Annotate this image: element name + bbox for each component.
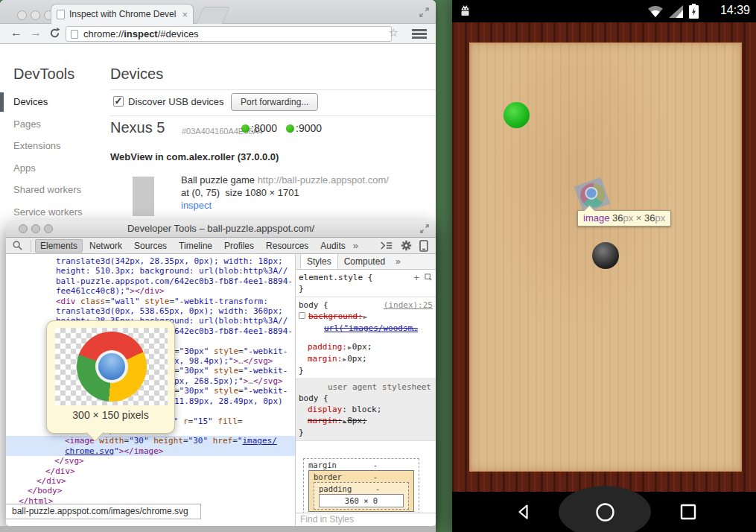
usb-debugging-droid-icon [460, 4, 471, 18]
devtools-tab-sources[interactable]: Sources [129, 239, 172, 253]
divider [110, 89, 436, 90]
tab-title: Inspect with Chrome Devel [69, 9, 176, 19]
android-status-bar: 14:39 [452, 0, 756, 22]
sidebar-item-pages[interactable]: Pages [13, 118, 41, 130]
device-ports: :8000:9000 [241, 122, 322, 134]
port-badge: :9000 [286, 122, 322, 134]
port-status-dot-icon [241, 124, 250, 133]
recents-button[interactable] [680, 504, 696, 520]
menu-icon[interactable] [412, 29, 427, 40]
sidebar-item-extensions[interactable]: Extensions [13, 140, 61, 151]
code-line[interactable]: fee461cc40c8);"></div> [6, 286, 295, 296]
browser-tab[interactable]: Inspect with Chrome Devel × [51, 4, 194, 24]
page-title: Devices [110, 66, 163, 83]
sidebar-item-devices[interactable]: Devices [13, 96, 48, 107]
code-line[interactable]: </div> [6, 466, 295, 476]
port-status-dot-icon [286, 124, 294, 133]
status-link-tooltip: ball-puzzle.appspot.com/images/chrome.sv… [6, 504, 201, 519]
wifi-icon [647, 4, 664, 18]
window-close-button[interactable] [19, 224, 28, 233]
dock-device-icon[interactable] [419, 240, 428, 252]
devtools-titlebar[interactable]: Developer Tools – ball-puzzle.appspot.co… [6, 221, 436, 238]
chrome-logo-image [77, 332, 147, 402]
user-agent-rule-section: user agent stylesheet body { display: bl… [296, 379, 436, 441]
reload-button[interactable] [49, 28, 60, 39]
code-line[interactable]: </body> [6, 486, 295, 495]
green-ball[interactable] [504, 102, 530, 128]
rule-source-link[interactable]: (index):25 [384, 300, 433, 311]
devtools-tab-profiles[interactable]: Profiles [219, 239, 259, 253]
home-button[interactable] [595, 502, 615, 522]
devtools-tab-audits[interactable]: Audits [315, 239, 350, 253]
find-in-styles-input[interactable]: Find in Styles [296, 513, 436, 526]
url-bar[interactable]: chrome://inspect/#devices [66, 26, 392, 42]
window-minimize-button[interactable] [31, 224, 40, 233]
tabs-overflow-chevron[interactable]: » [352, 240, 360, 251]
tab-styles[interactable]: Styles [300, 254, 338, 269]
element-size-tooltip: image 36px × 36px [577, 210, 671, 227]
code-line[interactable]: <div class="wall" style="-webkit-transfo… [6, 297, 295, 306]
battery-charging-icon [689, 4, 699, 19]
code-line[interactable]: </svg> [6, 456, 295, 466]
inspect-element-search-icon[interactable] [6, 240, 28, 251]
divider [110, 115, 436, 116]
port-forwarding-button[interactable]: Port forwarding... [231, 93, 318, 111]
sidebar-item-shared-workers[interactable]: Shared workers [13, 184, 81, 195]
body-rule-section: body {(index):25 background:▶ url("image… [296, 297, 436, 379]
settings-gear-icon[interactable] [401, 240, 412, 251]
tab-computed[interactable]: Computed [338, 254, 391, 269]
code-line[interactable]: translate3d(0px, 538.65px, 0px); width: … [6, 306, 295, 316]
property-enable-checkbox[interactable] [299, 312, 305, 319]
clock: 14:39 [720, 4, 750, 17]
window-close-button[interactable] [17, 10, 27, 20]
chrome-logo-ball[interactable] [576, 180, 608, 211]
discover-usb-checkbox[interactable]: ✓ [113, 96, 124, 107]
page-entry-url: http://ball-puzzle.appspot.com/ [258, 174, 389, 186]
transparency-checkerboard [55, 328, 168, 405]
bookmark-star-icon[interactable]: ☆ [389, 26, 398, 39]
discover-usb-label: Discover USB devices [128, 96, 224, 107]
element-state-icon[interactable] [425, 273, 433, 282]
dark-ball[interactable] [592, 242, 619, 269]
code-line[interactable]: </div> [6, 476, 295, 486]
window-bottom-strip [0, 526, 436, 532]
webview-title: WebView in com.alex.roller (37.0.0.0) [110, 151, 279, 162]
browser-toolbar: ← → chrome://inspect/#devices ☆ [0, 24, 436, 44]
page-thumbnail [133, 177, 154, 216]
page-entry-title: Ball puzzle game http://ball-puzzle.apps… [181, 174, 389, 186]
code-line[interactable]: translate3d(342px, 28.35px, 0px); width:… [6, 256, 295, 266]
page-entry-geometry: at (0, 75) size 1080 × 1701 [181, 187, 299, 198]
tab-close-icon[interactable]: × [182, 10, 188, 19]
styles-pane: Styles Computed » element.style { + } bo… [295, 254, 436, 526]
code-line[interactable]: <image width="30" height="30" href="imag… [6, 436, 295, 446]
fullscreen-arrows-icon[interactable] [419, 7, 430, 18]
sidebar-selection-marker [0, 92, 4, 112]
styles-tabs-overflow-chevron[interactable]: » [391, 254, 405, 269]
devtools-tab-timeline[interactable]: Timeline [174, 239, 217, 253]
divider [31, 240, 31, 252]
devtools-tab-elements[interactable]: Elements [35, 239, 83, 253]
box-model-diagram[interactable]: margin- border- padding- 360 × 0 [303, 458, 419, 513]
code-line[interactable]: chrome.svg"></image> [6, 446, 295, 456]
window-zoom-button[interactable] [44, 224, 53, 233]
back-button[interactable]: ← [10, 26, 22, 39]
sidebar-item-apps[interactable]: Apps [13, 162, 36, 174]
devtools-brand: DevTools [13, 66, 74, 83]
image-preview-tooltip: 300 × 150 pixels [46, 320, 175, 434]
code-line[interactable]: ball-puzzle.appspot.com/642ec0b3-fb8f-4e… [6, 276, 295, 286]
fullscreen-arrows-icon[interactable] [419, 224, 430, 234]
back-button[interactable] [514, 502, 533, 522]
console-drawer-icon[interactable] [380, 241, 393, 250]
new-style-rule-plus-icon[interactable]: + [413, 272, 419, 283]
devtools-tab-resources[interactable]: Resources [261, 239, 314, 253]
inspect-link[interactable]: inspect [181, 200, 212, 211]
devtools-tab-network[interactable]: Network [84, 239, 127, 253]
port-badge: :8000 [241, 122, 277, 134]
background-image-link[interactable]: url("images/woodsm… [324, 323, 418, 333]
code-line[interactable]: height: 510.3px; background: url(blob:ht… [6, 266, 295, 276]
new-tab-button[interactable] [196, 7, 230, 24]
window-minimize-button[interactable] [31, 10, 40, 20]
sidebar-item-service-workers[interactable]: Service workers [13, 206, 82, 218]
android-nav-bar [452, 492, 756, 532]
forward-button[interactable]: → [30, 26, 42, 39]
